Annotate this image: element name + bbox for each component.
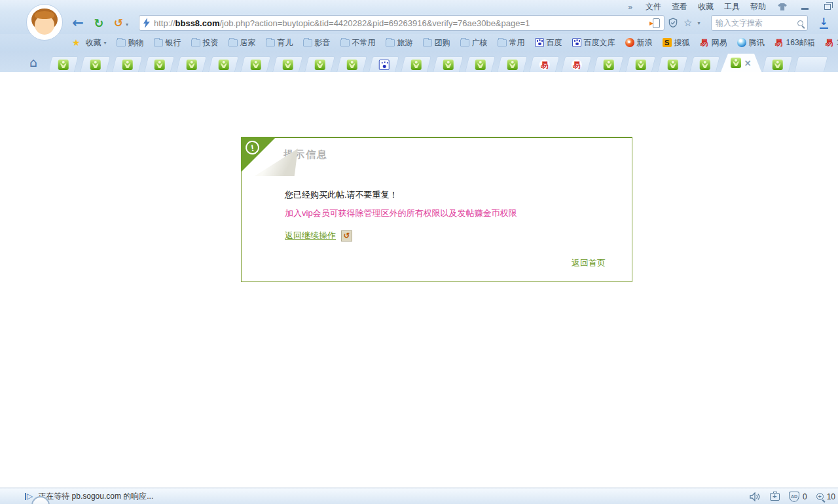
bookmark-folder[interactable]: 团购 — [423, 37, 450, 48]
bookmark-site[interactable]: 易163邮箱 — [774, 37, 815, 48]
tab[interactable] — [50, 56, 79, 72]
tab[interactable] — [176, 56, 207, 72]
search-box[interactable] — [711, 15, 808, 31]
back-button[interactable]: ← — [69, 12, 86, 34]
forum-favicon-icon — [314, 60, 325, 70]
bookmark-folder[interactable]: 常用 — [498, 37, 525, 48]
return-home-link[interactable]: 返回首页 — [572, 257, 606, 269]
tab[interactable] — [112, 56, 143, 72]
restore-icon — [824, 4, 831, 10]
address-bar[interactable]: http://bbss8.com/job.php?action=buytopic… — [139, 15, 665, 31]
tab[interactable] — [369, 56, 399, 72]
tab-content — [475, 60, 485, 70]
bookmark-folder[interactable]: 银行 — [154, 37, 181, 48]
status-text: 正在等待 pb.sogou.com 的响应... — [38, 491, 153, 502]
bookmark-folder-label: 育儿 — [278, 37, 293, 48]
forum-favicon-icon — [58, 60, 68, 70]
tab-content — [635, 60, 646, 70]
bookmark-site[interactable]: S搜狐 — [663, 37, 690, 48]
tab[interactable] — [625, 56, 656, 72]
url-domain: bbss8.com — [175, 18, 220, 28]
forum-favicon-icon — [282, 60, 293, 70]
restore-button[interactable] — [821, 3, 833, 12]
undo-dropdown-icon[interactable]: ▾ — [126, 22, 128, 27]
refresh-button[interactable]: ↻ — [90, 12, 107, 34]
tab[interactable] — [240, 56, 271, 72]
tab[interactable] — [304, 56, 335, 72]
bookmark-site[interactable]: 腾讯 — [737, 37, 765, 48]
bookmark-folder[interactable]: 不常用 — [340, 37, 376, 48]
toolbar-overflow-icon[interactable]: » — [628, 3, 632, 12]
tab[interactable] — [401, 56, 431, 72]
continue-link[interactable]: 返回继续操作 — [285, 230, 336, 242]
bookmark-folder[interactable]: 购物 — [117, 37, 144, 48]
tab[interactable] — [80, 56, 111, 72]
folder-icon — [386, 39, 395, 46]
bookmark-site[interactable]: 新浪 — [625, 37, 653, 48]
favorites-star-icon: ★ — [72, 37, 81, 48]
favorites-menu[interactable]: ★ 收藏 ▾ — [72, 37, 107, 48]
bookmark-folder[interactable]: 影音 — [303, 37, 331, 48]
baidu-paw-icon — [535, 38, 544, 47]
tab[interactable] — [657, 56, 688, 72]
tab[interactable] — [144, 56, 175, 72]
tab-content — [699, 60, 710, 70]
url-text[interactable]: http://bbss8.com/job.php?action=buytopic… — [154, 18, 653, 28]
tab-close-icon[interactable]: × — [744, 58, 752, 67]
menu-item[interactable]: 工具 — [724, 1, 740, 12]
folder-icon — [340, 39, 350, 46]
folder-icon — [154, 39, 163, 46]
minimize-button[interactable] — [799, 3, 811, 12]
tab-content — [772, 60, 782, 70]
tab-active[interactable]: × — [721, 54, 761, 72]
bookmark-site[interactable]: 百度 — [535, 37, 562, 48]
tab-overflow[interactable] — [794, 56, 828, 72]
bookmark-folder[interactable]: 旅游 — [386, 37, 413, 48]
menu-item[interactable]: 帮助 — [750, 1, 766, 12]
menu-item[interactable]: 收藏 — [698, 1, 714, 12]
tab[interactable] — [762, 56, 793, 72]
ad-block-icon[interactable]: AD — [789, 492, 799, 502]
tab-content: 易 — [539, 60, 549, 70]
bookmark-star-icon[interactable]: ☆ — [683, 17, 692, 29]
search-icon[interactable] — [797, 20, 803, 26]
tab[interactable] — [465, 56, 496, 72]
search-input[interactable] — [716, 18, 797, 27]
bookmark-dropdown-icon[interactable]: ▾ — [697, 20, 700, 26]
undo-button[interactable]: ↺ — [111, 12, 126, 34]
tab[interactable] — [689, 56, 720, 72]
home-icon[interactable]: ⌂ — [25, 54, 42, 71]
security-shield-icon[interactable] — [668, 18, 678, 28]
skin-icon[interactable] — [776, 3, 788, 12]
sidebar-toggle-icon[interactable]: ▷ — [25, 492, 33, 501]
tab[interactable] — [337, 56, 367, 72]
bookmark-folder[interactable]: 育儿 — [266, 37, 293, 48]
netease-icon: 易 — [825, 38, 834, 47]
bookmark-folder[interactable]: 投资 — [191, 37, 219, 48]
folder-icon — [460, 39, 469, 46]
tab[interactable] — [497, 56, 528, 72]
forum-favicon-icon — [603, 60, 613, 70]
message-text: 您已经购买此帖.请不要重复！ — [285, 189, 398, 201]
toolbox-icon[interactable] — [770, 493, 780, 501]
speaker-icon[interactable] — [750, 492, 761, 501]
bookmark-site[interactable]: 易126 — [825, 37, 838, 48]
redirect-stop-button[interactable]: ↺ — [341, 230, 352, 242]
tab[interactable] — [433, 56, 464, 72]
tab[interactable]: 易 — [561, 56, 592, 72]
menu-item[interactable]: 查看 — [672, 1, 687, 12]
tab[interactable] — [272, 56, 303, 72]
bookmark-site[interactable]: 易网易 — [700, 37, 727, 48]
download-icon[interactable]: ↓ — [820, 16, 828, 29]
tab[interactable]: 易 — [529, 56, 560, 72]
bookmark-folder[interactable]: 居家 — [228, 37, 256, 48]
send-to-phone-icon[interactable] — [653, 18, 660, 28]
bookmark-site[interactable]: 百度文库 — [572, 37, 615, 48]
tab[interactable] — [593, 56, 624, 72]
menu-item[interactable]: 文件 — [646, 1, 661, 12]
bookmark-folders: 购物银行投资居家育儿影音不常用旅游团购广核常用 — [117, 37, 535, 48]
bookmark-folder[interactable]: 广核 — [460, 37, 488, 48]
avatar[interactable] — [26, 4, 63, 41]
page-zoom-icon[interactable]: + — [816, 493, 824, 500]
tab[interactable] — [208, 56, 239, 72]
